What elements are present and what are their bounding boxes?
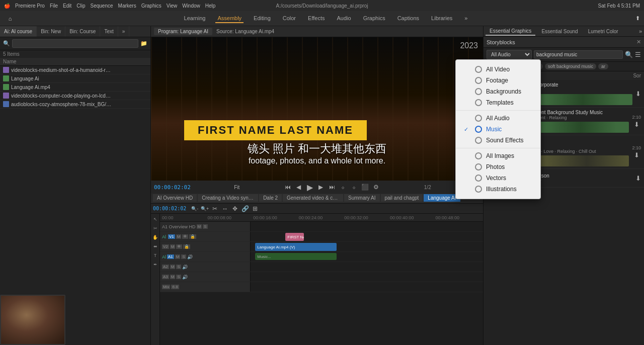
panel-expand[interactable]: » <box>639 28 642 34</box>
clip-language-ai[interactable]: Language Ai.mp4 (V) <box>255 243 337 251</box>
storyblocks-close[interactable]: ✕ <box>636 39 641 45</box>
track-content-v2[interactable]: Language Ai.mp4 (V) <box>251 242 483 251</box>
menu-window[interactable]: Window <box>182 3 200 9</box>
dropdown-vectors[interactable]: Vectors <box>456 172 540 184</box>
result-download-2[interactable]: ⬇ <box>634 151 639 159</box>
result-download-0[interactable]: ⬇ <box>635 90 641 98</box>
track-content-a3[interactable] <box>251 272 483 282</box>
step-forward-button[interactable]: ⏭ <box>328 183 337 192</box>
clip-firstname[interactable]: FIRST NAME <box>285 233 304 241</box>
dropdown-backgrounds[interactable]: Backgrounds <box>456 86 540 97</box>
tab-bin-course[interactable]: Bin: Course <box>65 26 100 37</box>
list-item[interactable]: videoblocks-computer-code-playing-on-lcd… <box>0 92 150 100</box>
tab-lumetri-color[interactable]: Lumetri Color <box>584 28 622 35</box>
play-button[interactable]: ▶ <box>305 183 314 192</box>
tag-2[interactable]: ar <box>598 63 608 69</box>
dropdown-all-video[interactable]: All Video <box>456 64 540 75</box>
track-lock-v1[interactable]: 🔒 <box>189 234 196 239</box>
track-btn-a2[interactable]: A2 <box>162 265 169 269</box>
frame-back-button[interactable]: ◀ <box>294 183 303 192</box>
nav-assembly[interactable]: Assembly <box>215 14 244 23</box>
timeline-tab-4[interactable]: Summary AI <box>344 194 379 202</box>
dropdown-photos[interactable]: Photos <box>456 161 540 172</box>
storyblocks-search-button[interactable]: 🔍 <box>625 51 633 58</box>
timeline-tab-1[interactable]: Creating a Video synthesis <box>198 194 258 202</box>
timeline-zoom-out[interactable]: 🔍- <box>190 204 199 213</box>
category-select[interactable]: Music All Video Footage Backgrounds Temp… <box>487 50 532 59</box>
list-item[interactable]: Language Ai <box>0 74 150 83</box>
mark-in-button[interactable]: ⬦ <box>339 183 348 192</box>
clip-audio-main[interactable]: Music... <box>255 253 337 260</box>
menu-sequence[interactable]: Sequence <box>91 3 113 9</box>
timeline-link-button[interactable]: 🔗 <box>240 204 250 213</box>
timeline-tab-5[interactable]: pail and chagpt <box>381 194 423 202</box>
track-btn-mix[interactable]: Mix <box>162 285 170 289</box>
menu-clip[interactable]: Clip <box>76 3 85 9</box>
dropdown-all-images[interactable]: All Images <box>456 150 540 161</box>
share-icon[interactable]: ⬆ <box>635 15 640 22</box>
menu-edit[interactable]: Edit <box>63 3 71 9</box>
menu-graphics[interactable]: Graphics <box>141 3 162 9</box>
menu-view[interactable]: View <box>167 3 178 9</box>
mark-out-button[interactable]: ⬦ <box>350 183 359 192</box>
timeline-snap-button[interactable]: ⊞ <box>251 204 260 213</box>
menu-help[interactable]: Help <box>205 3 216 9</box>
list-item[interactable]: audioblocks-cozy-atmosphere-78-mix_BG/La… <box>0 100 150 109</box>
track-solo-a1[interactable]: S <box>181 254 186 259</box>
dropdown-footage[interactable]: Footage <box>456 75 540 86</box>
tab-expand[interactable]: » <box>118 26 130 37</box>
source-tab[interactable]: Source: Language Ai.mp4 <box>212 28 278 35</box>
nav-color[interactable]: Color <box>281 14 298 23</box>
track-solo-a2[interactable]: S <box>176 265 181 269</box>
hand-tool[interactable]: ✋ <box>152 234 159 241</box>
dropdown-sound-effects[interactable]: Sound Effects <box>456 135 540 146</box>
home-icon[interactable]: ⌂ <box>4 13 16 25</box>
timeline-tool-hand[interactable]: ✥ <box>230 204 239 213</box>
tab-essential-graphics[interactable]: Essential Graphics <box>486 27 535 36</box>
track-content-mix[interactable] <box>251 282 483 292</box>
storyblocks-search-input[interactable] <box>534 50 623 59</box>
timeline-tool-slip[interactable]: ↔ <box>220 204 229 213</box>
track-btn-a1[interactable]: A1 <box>167 254 174 259</box>
razor-tool[interactable]: ✂ <box>152 225 159 232</box>
bin-search-input[interactable] <box>12 39 138 48</box>
track-content-a1[interactable]: Music... <box>251 252 483 262</box>
dropdown-music[interactable]: ✓ Music <box>456 124 540 135</box>
track-eye-v2[interactable]: 👁 <box>176 244 182 249</box>
nav-audio[interactable]: Audio <box>335 14 353 23</box>
frame-forward-button[interactable]: ▶ <box>316 183 326 192</box>
timeline-tab-6[interactable]: Language AI <box>424 194 460 202</box>
tab-essential-sound[interactable]: Essential Sound <box>537 28 582 35</box>
tab-text[interactable]: Text <box>100 26 118 37</box>
list-item[interactable]: Language Ai.mp4 <box>0 83 150 92</box>
track-mute-a3[interactable]: M <box>170 275 176 279</box>
timeline-tab-0[interactable]: AI Overview HD <box>153 194 197 202</box>
track-vol-mix[interactable]: 6.8 <box>171 285 179 289</box>
timeline-tool-razor[interactable]: ✂ <box>210 204 219 213</box>
track-eye-v1[interactable]: 👁 <box>182 234 188 239</box>
nav-captions[interactable]: Captions <box>395 14 421 23</box>
track-mute-a1[interactable]: M <box>175 254 181 259</box>
tab-ai-course[interactable]: Ai: AI course <box>0 26 37 37</box>
new-bin-icon[interactable]: 📁 <box>140 40 147 47</box>
track-btn-v2[interactable]: V2 <box>162 244 169 249</box>
step-back-button[interactable]: ⏮ <box>283 183 292 192</box>
result-download-3[interactable]: ⬇ <box>635 175 641 182</box>
mac-menu-bar[interactable]: 🍎 Premiere Pro File Edit Clip Sequence M… <box>4 3 215 9</box>
ripple-tool[interactable]: ⬌ <box>152 243 159 250</box>
track-solo[interactable]: S <box>203 224 207 229</box>
selection-tool[interactable]: ↖ <box>152 216 159 223</box>
track-mute-v2[interactable]: M <box>170 244 176 249</box>
dropdown-templates[interactable]: Templates <box>456 97 540 108</box>
settings-button[interactable]: ⚙ <box>372 183 381 192</box>
dropdown-all-audio[interactable]: All Audio <box>456 113 540 124</box>
type-tool[interactable]: T <box>152 252 159 259</box>
timeline-tab-2[interactable]: Dale 2 <box>259 194 282 202</box>
timeline-zoom-in[interactable]: 🔍+ <box>200 204 209 213</box>
fit-label[interactable]: Fit <box>234 185 239 190</box>
nav-editing[interactable]: Editing <box>252 14 273 23</box>
track-mute-a2[interactable]: M <box>170 265 176 269</box>
nav-more[interactable]: » <box>462 14 469 23</box>
menu-markers[interactable]: Markers <box>118 3 136 9</box>
nav-libraries[interactable]: Libraries <box>429 14 454 23</box>
